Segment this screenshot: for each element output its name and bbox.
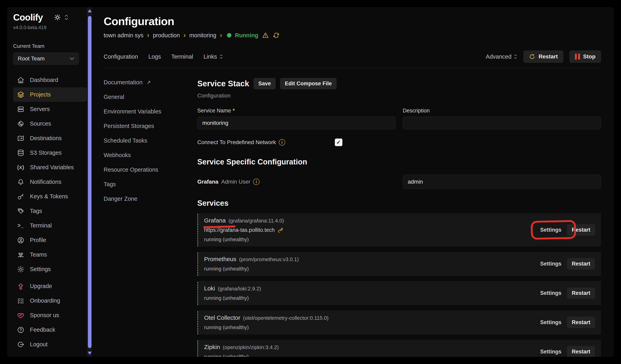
restart-icon bbox=[529, 53, 535, 60]
service-name: Zipkin (openzipkin/zipkin:3.4.2) bbox=[204, 344, 540, 350]
service-name: Grafana (grafana/grafana:11.4.0) bbox=[204, 217, 540, 224]
tab-configuration[interactable]: Configuration bbox=[104, 53, 138, 60]
service-restart-button[interactable]: Restart bbox=[567, 258, 595, 270]
service-card-loki: Loki (grafana/loki:2.9.2) running (unhea… bbox=[197, 281, 601, 305]
info-icon[interactable]: i bbox=[279, 139, 285, 145]
sidebar-item-upgrade[interactable]: Upgrade bbox=[13, 279, 87, 294]
scrollbar-down-arrow[interactable] bbox=[88, 352, 92, 355]
sidebar-item-terminal[interactable]: >_ Terminal bbox=[13, 218, 87, 233]
chevron-down-icon bbox=[69, 57, 74, 60]
description-input[interactable] bbox=[403, 117, 601, 129]
service-settings-button[interactable]: Settings bbox=[540, 319, 561, 326]
grafana-admin-user-label: Grafana Admin User i bbox=[197, 175, 396, 189]
config-subnav: Documentation ↗ General Environment Vari… bbox=[104, 78, 197, 357]
page-title: Configuration bbox=[104, 15, 601, 28]
tab-links[interactable]: Links bbox=[204, 53, 223, 60]
service-settings-button[interactable]: Settings bbox=[540, 290, 561, 296]
breadcrumb-project[interactable]: town admin sys bbox=[104, 32, 143, 39]
user-circle-icon bbox=[17, 236, 25, 244]
chevron-updown-icon bbox=[514, 54, 517, 59]
subnav-general[interactable]: General bbox=[104, 94, 197, 100]
sidebar-item-teams[interactable]: Teams bbox=[13, 247, 87, 262]
info-icon[interactable]: i bbox=[253, 179, 259, 185]
subnav-resource-operations[interactable]: Resource Operations bbox=[104, 166, 197, 173]
sidebar-nav: Dashboard Projects Servers Sources Desti… bbox=[13, 73, 87, 352]
stop-button[interactable]: Stop bbox=[569, 51, 601, 63]
breadcrumb-environment[interactable]: production bbox=[153, 32, 180, 39]
breadcrumb-separator: › bbox=[147, 32, 149, 38]
service-image: (openzipkin/zipkin:3.4.2) bbox=[223, 344, 279, 350]
variable-icon: (x) bbox=[17, 163, 25, 172]
database-icon bbox=[17, 149, 25, 157]
team-selector-value: Root Team bbox=[18, 55, 45, 62]
service-restart-button[interactable]: Restart bbox=[567, 346, 595, 357]
tab-logs[interactable]: Logs bbox=[149, 53, 161, 60]
tab-bar: Configuration Logs Terminal Links Advanc… bbox=[104, 51, 601, 68]
warning-icon bbox=[262, 32, 269, 39]
sidebar-item-notifications[interactable]: Notifications bbox=[13, 175, 87, 189]
subnav-documentation[interactable]: Documentation ↗ bbox=[104, 79, 197, 86]
service-settings-button[interactable]: Settings bbox=[540, 349, 561, 355]
app-version: v4.0.0-beta.419 bbox=[13, 25, 87, 30]
subnav-danger-zone[interactable]: Danger Zone bbox=[104, 196, 197, 202]
service-name-input[interactable] bbox=[197, 117, 396, 129]
advanced-menu[interactable]: Advanced bbox=[486, 53, 517, 60]
scrollbar-thumb[interactable] bbox=[88, 16, 91, 348]
service-card-zipkin: Zipkin (openzipkin/zipkin:3.4.2) running… bbox=[197, 340, 601, 357]
subnav-scheduled-tasks[interactable]: Scheduled Tasks bbox=[104, 137, 197, 144]
service-image: (grafana/grafana:11.4.0) bbox=[228, 218, 284, 224]
theme-toggle[interactable] bbox=[54, 14, 68, 21]
sidebar-item-onboarding[interactable]: Onboarding bbox=[13, 294, 87, 308]
connect-network-checkbox[interactable]: ✓ bbox=[335, 139, 342, 146]
sidebar-item-dashboard[interactable]: Dashboard bbox=[13, 73, 87, 87]
scrollbar-up-arrow[interactable] bbox=[88, 9, 92, 12]
sidebar-item-profile[interactable]: Profile bbox=[13, 233, 87, 247]
chevron-updown-icon bbox=[64, 15, 68, 20]
subnav-tags[interactable]: Tags bbox=[104, 181, 197, 188]
sidebar-item-sources[interactable]: Sources bbox=[13, 116, 87, 131]
breadcrumb-resource[interactable]: monitoring bbox=[189, 32, 216, 39]
logout-icon bbox=[17, 341, 25, 348]
subnav-environment-variables[interactable]: Environment Variables bbox=[104, 108, 197, 115]
services-list: Grafana (grafana/grafana:11.4.0) https:/… bbox=[197, 213, 601, 357]
save-button[interactable]: Save bbox=[254, 78, 276, 89]
refresh-icon[interactable] bbox=[273, 32, 280, 39]
sidebar-item-settings[interactable]: Settings bbox=[13, 262, 87, 277]
sidebar-item-projects[interactable]: Projects bbox=[13, 87, 87, 102]
sidebar-item-feedback[interactable]: Feedback bbox=[13, 323, 87, 337]
sidebar-item-sponsor-us[interactable]: Sponsor us bbox=[13, 308, 87, 323]
heart-icon bbox=[17, 311, 25, 319]
sidebar-item-keys-tokens[interactable]: Keys & Tokens bbox=[13, 189, 87, 204]
sidebar-item-logout[interactable]: Logout bbox=[13, 337, 87, 352]
service-restart-button[interactable]: Restart bbox=[567, 317, 595, 328]
subnav-webhooks[interactable]: Webhooks bbox=[104, 152, 197, 158]
layers-icon bbox=[17, 91, 25, 99]
sidebar-item-servers[interactable]: Servers bbox=[13, 102, 87, 116]
restart-button[interactable]: Restart bbox=[523, 51, 563, 63]
service-status: running (unhealthy) bbox=[204, 233, 540, 243]
sidebar-item-tags[interactable]: Tags bbox=[13, 204, 87, 218]
sidebar-item-shared-variables[interactable]: (x) Shared Variables bbox=[13, 160, 87, 175]
grafana-admin-user-input[interactable] bbox=[403, 175, 601, 189]
main-content: Configuration town admin sys › productio… bbox=[92, 7, 614, 357]
service-url[interactable]: https://grafana-tas.pollito.tech bbox=[204, 227, 540, 233]
tab-terminal[interactable]: Terminal bbox=[171, 53, 193, 60]
service-image: (prom/prometheus:v3.0.1) bbox=[239, 256, 299, 262]
sidebar-scrollbar[interactable] bbox=[87, 7, 92, 357]
service-restart-button[interactable]: Restart bbox=[567, 287, 595, 299]
bell-icon bbox=[17, 178, 25, 186]
edit-link-icon[interactable] bbox=[277, 227, 283, 233]
team-selector[interactable]: Root Team bbox=[13, 52, 79, 65]
status-badge: Running bbox=[235, 32, 259, 39]
gear-icon bbox=[17, 265, 25, 273]
subnav-persistent-storages[interactable]: Persistent Storages bbox=[104, 123, 197, 129]
breadcrumb-separator: › bbox=[220, 32, 222, 38]
service-settings-button[interactable]: Settings bbox=[540, 261, 561, 267]
sidebar-item-destinations[interactable]: Destinations bbox=[13, 131, 87, 145]
edit-compose-file-button[interactable]: Edit Compose File bbox=[280, 78, 337, 89]
sidebar: Coolify v4.0.0-beta.419 Current Team Roo… bbox=[7, 7, 92, 357]
sidebar-item-s3-storages[interactable]: S3 Storages bbox=[13, 145, 87, 160]
breadcrumb: town admin sys › production › monitoring… bbox=[104, 32, 601, 39]
service-name: Prometheus (prom/prometheus:v3.0.1) bbox=[204, 256, 540, 262]
annotation-red-circle bbox=[531, 220, 576, 240]
